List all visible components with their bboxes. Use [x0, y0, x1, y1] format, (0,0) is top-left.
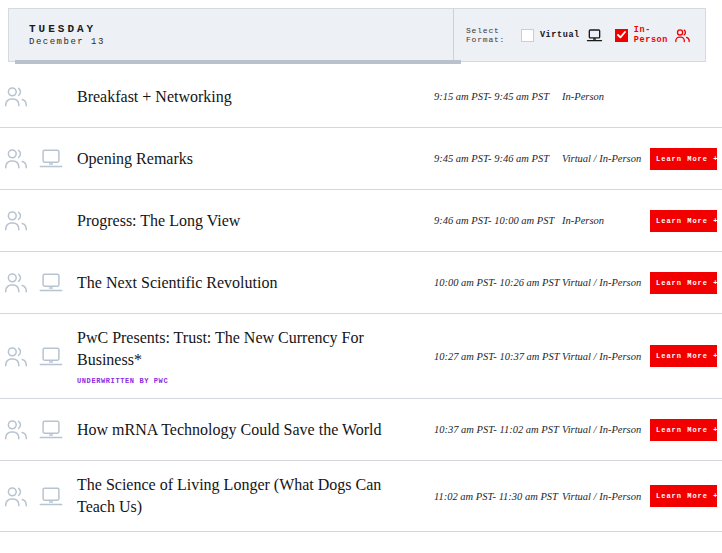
people-icon [3, 85, 29, 108]
session-format: In-Person [562, 91, 650, 102]
people-icon [3, 209, 29, 232]
schedule-header: TUESDAY December 13 Select Format: Virtu… [8, 8, 706, 62]
people-icon [3, 345, 29, 368]
session-row: Progress: The Long View 9:46 am PST- 10:… [0, 190, 722, 252]
session-format: In-Person [562, 215, 650, 226]
session-format: Virtual / In-Person [562, 491, 650, 502]
laptop-icon [38, 345, 64, 368]
session-title: How mRNA Technology Could Save the World [77, 419, 420, 441]
session-format-icons [0, 485, 77, 508]
laptop-icon [38, 418, 64, 441]
virtual-checkbox[interactable] [521, 29, 534, 42]
date-block: TUESDAY December 13 [9, 23, 453, 47]
session-title: Opening Remarks [77, 148, 420, 170]
session-format-icons [0, 147, 77, 170]
people-icon [3, 271, 29, 294]
session-time: 11:02 am PST- 11:30 am PST [434, 491, 562, 502]
session-row: The Next Scientific Revolution 10:00 am … [0, 252, 722, 314]
date-label: December 13 [29, 37, 453, 47]
session-row: Opening Remarks 9:45 am PST- 9:46 am PST… [0, 128, 722, 190]
session-format: Virtual / In-Person [562, 277, 650, 288]
session-list: Breakfast + Networking 9:15 am PST- 9:45… [0, 66, 722, 532]
session-title: PwC Presents: Trust: The New Currency Fo… [77, 327, 420, 371]
session-format-icons [0, 85, 77, 108]
people-icon [674, 28, 691, 43]
session-title: Progress: The Long View [77, 210, 420, 232]
learn-more-button[interactable]: Learn More + [650, 345, 717, 367]
session-format-icons [0, 271, 77, 294]
people-icon [3, 418, 29, 441]
session-title: The Science of Living Longer (What Dogs … [77, 474, 420, 518]
session-time: 10:37 am PST- 11:02 am PST [434, 424, 562, 435]
session-row: The Science of Living Longer (What Dogs … [0, 461, 722, 532]
session-row: Breakfast + Networking 9:15 am PST- 9:45… [0, 66, 722, 128]
session-row: How mRNA Technology Could Save the World… [0, 399, 722, 461]
session-format-icons [0, 418, 77, 441]
virtual-filter-option[interactable]: Virtual [521, 28, 603, 43]
laptop-icon [38, 147, 64, 170]
session-row: PwC Presents: Trust: The New Currency Fo… [0, 314, 722, 399]
session-time: 9:46 am PST- 10:00 am PST [434, 215, 562, 226]
learn-more-button[interactable]: Learn More + [650, 148, 717, 170]
people-icon [3, 147, 29, 170]
session-format-icons [0, 345, 77, 368]
people-icon [3, 485, 29, 508]
select-format-label: Select Format: [466, 26, 509, 44]
in-person-checkbox[interactable] [615, 29, 628, 42]
in-person-label: In-Person [634, 25, 668, 45]
laptop-icon [38, 271, 64, 294]
session-format: Virtual / In-Person [562, 351, 650, 362]
session-title: Breakfast + Networking [77, 86, 420, 108]
session-sponsor: UNDERWRITTEN BY PWC [77, 377, 420, 385]
laptop-icon [38, 485, 64, 508]
learn-more-button[interactable]: Learn More + [650, 419, 717, 441]
session-time: 9:15 am PST- 9:45 am PST [434, 91, 562, 102]
session-format: Virtual / In-Person [562, 153, 650, 164]
learn-more-button[interactable]: Learn More + [650, 485, 717, 507]
day-label: TUESDAY [29, 23, 453, 35]
laptop-icon [586, 28, 603, 43]
session-time: 9:45 am PST- 9:46 am PST [434, 153, 562, 164]
format-filter: Select Format: Virtual In-Person [453, 9, 705, 61]
learn-more-button[interactable]: Learn More + [650, 272, 717, 294]
virtual-label: Virtual [540, 30, 580, 40]
session-time: 10:00 am PST- 10:26 am PST [434, 277, 562, 288]
learn-more-button[interactable]: Learn More + [650, 210, 717, 232]
session-title: The Next Scientific Revolution [77, 272, 420, 294]
in-person-filter-option[interactable]: In-Person [615, 25, 691, 45]
session-format-icons [0, 209, 77, 232]
session-format: Virtual / In-Person [562, 424, 650, 435]
header-scrollbar[interactable] [15, 60, 461, 64]
session-time: 10:27 am PST- 10:37 am PST [434, 351, 562, 362]
